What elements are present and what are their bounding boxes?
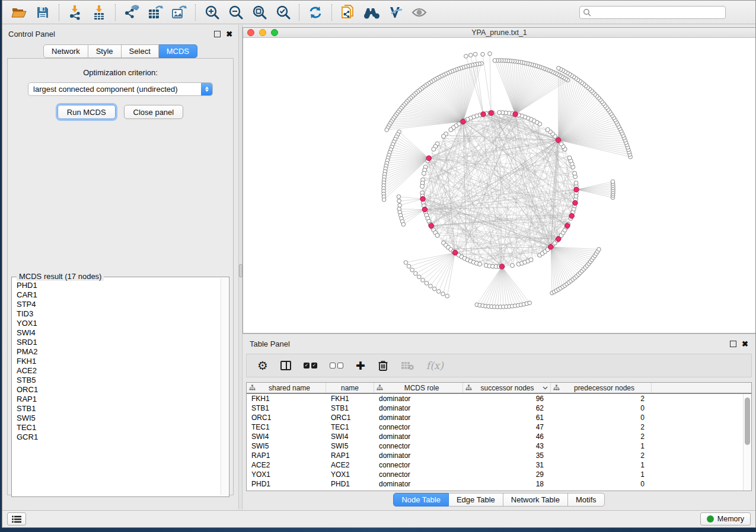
table-cell: STB1 — [326, 404, 374, 412]
zoom-in-button[interactable] — [200, 3, 224, 22]
table-cell: 18 — [463, 480, 551, 488]
close-table-panel-icon[interactable]: ✖ — [742, 341, 748, 347]
zoom-selected-button[interactable] — [271, 3, 295, 22]
table-row[interactable]: TEC1TEC1connector472 — [247, 422, 743, 432]
export-table-button[interactable] — [143, 3, 167, 22]
tab-network-table[interactable]: Network Table — [503, 493, 568, 507]
select-stepper-icon — [201, 83, 212, 95]
table-row[interactable]: YOX1YOX1connector291 — [247, 470, 743, 479]
table-cell: dominator — [374, 451, 463, 460]
table-cell: 31 — [463, 461, 551, 469]
table-cell: connector — [374, 442, 463, 450]
delete-column-button[interactable] — [378, 360, 388, 371]
mcds-result-item[interactable]: ORC1 — [17, 385, 216, 395]
table-row[interactable]: ACE2ACE2connector311 — [247, 460, 743, 470]
mcds-result-item[interactable]: FKH1 — [17, 357, 216, 366]
column-header-shared-name[interactable]: shared name — [247, 383, 326, 393]
mcds-result-group: MCDS result (17 nodes) PHD1CAR1STP4TID3Y… — [11, 277, 229, 497]
mcds-result-item[interactable]: SWI4 — [17, 328, 216, 338]
column-header-MCDS-role[interactable]: MCDS role — [374, 383, 463, 393]
network-graph[interactable] — [243, 38, 755, 332]
close-panel-icon[interactable]: ✖ — [226, 31, 232, 37]
memory-button[interactable]: Memory — [700, 512, 751, 525]
table-row[interactable]: SWI5SWI5connector431 — [247, 441, 743, 451]
table-row[interactable]: STB1STB1dominator620 — [247, 403, 743, 413]
mcds-result-item[interactable]: CAR1 — [17, 290, 216, 300]
tab-style[interactable]: Style — [88, 44, 122, 58]
run-mcds-button[interactable]: Run MCDS — [58, 105, 116, 119]
table-row[interactable]: RAP1RAP1dominator352 — [247, 451, 743, 460]
criterion-selected-value: largest connected component (undirected) — [28, 85, 201, 94]
table-cell: ACE2 — [326, 461, 374, 469]
save-session-button[interactable] — [31, 3, 55, 22]
toolbar-separator — [331, 4, 332, 21]
attribute-type-icon — [553, 384, 560, 391]
refresh-button[interactable] — [304, 3, 327, 22]
tab-node-table[interactable]: Node Table — [393, 493, 449, 507]
tab-motifs[interactable]: Motifs — [568, 493, 605, 507]
column-header-name[interactable]: name — [326, 383, 374, 393]
tab-select[interactable]: Select — [122, 44, 159, 58]
table-cell: connector — [374, 423, 463, 431]
criterion-select[interactable]: largest connected component (undirected) — [28, 82, 213, 96]
mcds-result-item[interactable]: ACE2 — [17, 366, 216, 376]
zoom-fit-button[interactable] — [247, 3, 271, 22]
select-all-button[interactable]: ✓✓ — [304, 363, 317, 368]
table-row[interactable]: PHD1PHD1dominator180 — [247, 479, 743, 489]
mcds-result-item[interactable]: SWI5 — [17, 414, 216, 423]
right-column: YPA_prune.txt_1 Table Panel ✖ — [243, 25, 755, 509]
memory-status-dot-icon — [707, 515, 714, 523]
mcds-list-scrollbar[interactable] — [221, 278, 228, 495]
float-table-panel-icon[interactable] — [730, 341, 736, 347]
table-options-gear-button[interactable]: ⚙ — [257, 360, 268, 371]
zoom-out-button[interactable] — [224, 3, 247, 22]
new-network-from-selection-button[interactable] — [336, 3, 360, 22]
import-network-button[interactable] — [63, 3, 87, 22]
import-network-icon — [68, 5, 82, 20]
panel-splitter[interactable] — [238, 25, 243, 509]
show-columns-button[interactable] — [280, 361, 291, 370]
close-panel-button[interactable]: Close panel — [124, 105, 184, 119]
open-session-button[interactable] — [7, 3, 31, 22]
splitter-grip[interactable] — [239, 264, 243, 277]
tab-edge-table[interactable]: Edge Table — [449, 493, 503, 507]
table-row[interactable]: SWI4SWI4dominator462 — [247, 432, 743, 441]
import-table-button[interactable] — [87, 3, 111, 22]
export-image-button[interactable] — [167, 3, 191, 22]
mcds-result-item[interactable]: YOX1 — [17, 319, 216, 328]
table-row[interactable]: FKH1FKH1dominator962 — [247, 394, 743, 403]
deselect-all-button[interactable] — [330, 363, 343, 368]
add-column-button[interactable]: ✚ — [356, 360, 365, 371]
mcds-result-item[interactable]: RAP1 — [17, 395, 216, 404]
mcds-result-item[interactable]: TID3 — [17, 309, 216, 319]
table-scrollbar[interactable] — [743, 394, 751, 491]
zoom-fit-icon — [252, 5, 267, 20]
table-cell: RAP1 — [326, 451, 374, 460]
export-network-button[interactable] — [120, 3, 143, 22]
network-canvas[interactable] — [243, 38, 755, 333]
mcds-result-item[interactable]: SRD1 — [17, 338, 216, 347]
mcds-result-item[interactable]: GCR1 — [17, 432, 216, 442]
table-row[interactable]: ORC1ORC1dominator610 — [247, 413, 743, 422]
column-header-successor-nodes[interactable]: successor nodes — [463, 383, 551, 393]
column-header-predecessor-nodes[interactable]: predecessor nodes — [551, 383, 652, 393]
mcds-result-item[interactable]: PHD1 — [17, 281, 216, 290]
mcds-result-item[interactable]: PMA2 — [17, 347, 216, 357]
mcds-result-item[interactable]: STB5 — [17, 376, 216, 385]
table-cell: 62 — [463, 404, 551, 412]
table-scrollbar-thumb[interactable] — [745, 398, 750, 445]
table-header-row: shared namenameMCDS rolesuccessor nodesp… — [247, 383, 751, 394]
mcds-result-item[interactable]: STP4 — [17, 300, 216, 309]
mcds-result-item[interactable]: TEC1 — [17, 423, 216, 432]
float-panel-icon[interactable] — [214, 31, 221, 37]
tab-mcds[interactable]: MCDS — [159, 44, 197, 58]
search-binoculars-button[interactable] — [360, 3, 384, 22]
table-cell: 61 — [463, 414, 551, 422]
search-input[interactable] — [579, 6, 726, 19]
tab-network[interactable]: Network — [43, 44, 88, 58]
mcds-result-item[interactable]: STB1 — [17, 404, 216, 414]
table-tabs: Node TableEdge TableNetwork TableMotifs — [393, 493, 604, 507]
vizmapper-button[interactable] — [384, 3, 407, 22]
task-history-button[interactable] — [7, 512, 26, 525]
show-hide-button[interactable] — [407, 3, 431, 22]
